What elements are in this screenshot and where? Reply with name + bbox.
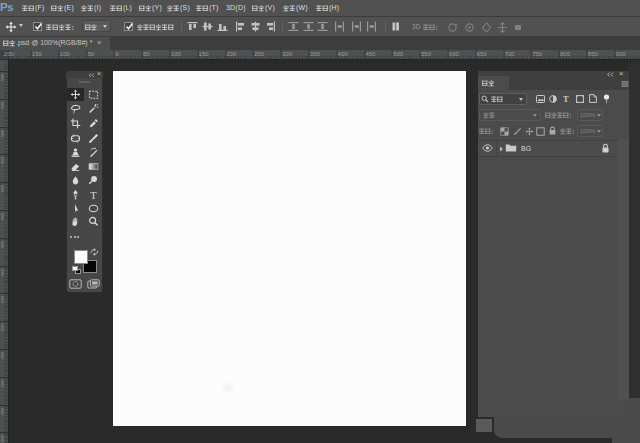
svg-text:T: T: [90, 189, 97, 199]
